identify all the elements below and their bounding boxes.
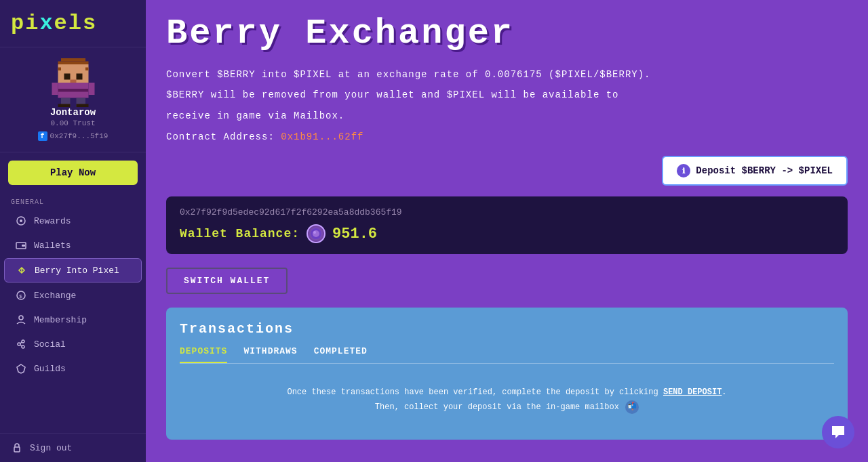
profile-area: Jontarow 0.00 Trust f 0x27f9...5f19	[0, 47, 146, 152]
svg-rect-2	[58, 64, 88, 70]
wallet-balance-label: Wallet Balance:	[180, 227, 300, 240]
svg-rect-15	[58, 68, 61, 71]
svg-point-26	[22, 340, 24, 343]
sidebar-item-exchange[interactable]: $ Exchange	[4, 284, 142, 307]
trust-level: 0.00 Trust	[50, 119, 95, 127]
svg-rect-0	[61, 58, 85, 62]
sidebar-item-berry-into-pixel[interactable]: Berry Into Pixel	[4, 258, 142, 282]
info-text-2: Then, collect your deposit via the in-ga…	[375, 402, 619, 412]
tab-deposits[interactable]: DEPOSITS	[180, 346, 227, 363]
send-deposit-link[interactable]: SEND DEPOSIT	[663, 387, 722, 397]
logo-i: i	[25, 11, 39, 36]
tab-completed[interactable]: COMPLETED	[314, 346, 368, 363]
sidebar-item-exchange-label: Exchange	[34, 291, 76, 301]
page-title: Berry Exchanger	[166, 14, 848, 54]
svg-rect-1	[58, 62, 88, 65]
svg-line-29	[20, 345, 22, 346]
transactions-card: Transactions DEPOSITS WITHDRAWS COMPLETE…	[166, 308, 848, 439]
sidebar-item-guilds-label: Guilds	[34, 364, 66, 374]
wallet-card: 0x27f92f9d5edec92d617f2f6292ea5a8ddb365f…	[166, 196, 848, 254]
svg-rect-4	[64, 74, 70, 80]
contract-address: 0x1b91...62ff	[281, 131, 363, 142]
deposit-button[interactable]: ℹ Deposit $BERRY -> $PIXEL	[662, 156, 848, 186]
svg-line-28	[20, 342, 22, 343]
sidebar-section-general: GENERAL	[0, 193, 146, 209]
berry-icon	[16, 264, 28, 276]
sidebar-item-guilds[interactable]: Guilds	[4, 357, 142, 380]
contract-label: Contract Address:	[166, 131, 275, 142]
mailbox-icon: 📬	[625, 400, 639, 414]
social-icon	[15, 338, 27, 350]
wallet-address-short: f 0x27f9...5f19	[38, 131, 108, 141]
fb-icon: f	[38, 131, 47, 141]
sidebar-item-rewards[interactable]: Rewards	[4, 209, 142, 232]
username: Jontarow	[50, 107, 96, 118]
exchange-icon: $	[15, 289, 27, 301]
sidebar: pixels	[0, 0, 146, 462]
deposit-area: ℹ Deposit $BERRY -> $PIXEL	[166, 156, 848, 186]
sign-out-item[interactable]: Sign out	[11, 442, 135, 454]
main-content: Berry Exchanger Convert $BERRY into $PIX…	[146, 0, 868, 462]
logo-els: els	[54, 11, 98, 36]
svg-rect-9	[52, 83, 58, 95]
logo: pixels	[11, 11, 135, 36]
deposit-button-label: Deposit $BERRY -> $PIXEL	[696, 165, 833, 176]
sidebar-item-membership[interactable]: Membership	[4, 308, 142, 331]
svg-rect-8	[58, 89, 88, 92]
sidebar-item-berry-label: Berry Into Pixel	[35, 266, 119, 276]
wallet-balance-amount: 951.6	[332, 226, 377, 243]
wallets-icon	[15, 239, 27, 251]
info-text-1: Once these transactions have been verifi…	[287, 387, 658, 397]
transactions-title: Transactions	[180, 321, 834, 337]
description-line1: Convert $BERRY into $PIXEL at an exchang…	[166, 67, 848, 82]
play-now-button[interactable]: Play Now	[8, 161, 138, 185]
tabs-row: DEPOSITS WITHDRAWS COMPLETED	[180, 346, 834, 364]
logo-x: x	[39, 11, 54, 36]
berry-balance-icon	[307, 224, 326, 243]
svg-rect-6	[70, 80, 76, 83]
guilds-icon	[15, 362, 27, 375]
svg-rect-30	[14, 447, 20, 452]
avatar	[49, 58, 98, 107]
transactions-info: Once these transactions have been verifi…	[180, 375, 834, 425]
description-line3: receive in game via Mailbox.	[166, 108, 848, 123]
svg-text:$: $	[19, 293, 22, 299]
sidebar-item-rewards-label: Rewards	[34, 216, 71, 226]
tab-withdraws[interactable]: WITHDRAWS	[243, 346, 297, 363]
logo-p: p	[11, 11, 25, 36]
svg-point-18	[20, 219, 22, 222]
svg-rect-10	[88, 83, 94, 95]
svg-point-33	[313, 231, 316, 234]
sidebar-item-social-label: Social	[34, 339, 66, 350]
sidebar-item-wallets-label: Wallets	[34, 240, 71, 251]
sign-out-area: Sign out	[0, 433, 146, 462]
lock-icon	[11, 442, 23, 454]
svg-point-24	[19, 316, 23, 320]
sidebar-item-social[interactable]: Social	[4, 333, 142, 356]
svg-point-27	[22, 345, 24, 348]
deposit-button-icon: ℹ	[677, 164, 690, 177]
membership-icon	[15, 314, 27, 326]
sidebar-item-wallets[interactable]: Wallets	[4, 234, 142, 257]
sidebar-item-membership-label: Membership	[34, 315, 87, 325]
switch-wallet-button[interactable]: SWITCH WALLET	[166, 268, 288, 294]
sign-out-label: Sign out	[30, 443, 72, 453]
svg-point-32	[313, 230, 319, 237]
logo-area: pixels	[0, 0, 146, 47]
wallet-balance-row: Wallet Balance: 951.6	[180, 224, 834, 243]
svg-rect-5	[76, 74, 82, 80]
description-line2: $BERRY will be removed from your wallet …	[166, 87, 848, 102]
svg-rect-20	[22, 245, 25, 247]
svg-point-25	[18, 343, 20, 345]
svg-rect-14	[76, 104, 88, 108]
wallet-hash: 0x27f92f9d5edec92d617f2f6292ea5a8ddb365f…	[180, 207, 834, 217]
svg-rect-16	[85, 68, 89, 71]
svg-rect-13	[58, 104, 70, 108]
rewards-icon	[15, 215, 27, 227]
chat-button[interactable]	[822, 416, 854, 448]
contract-line: Contract Address: 0x1b91...62ff	[166, 131, 848, 142]
